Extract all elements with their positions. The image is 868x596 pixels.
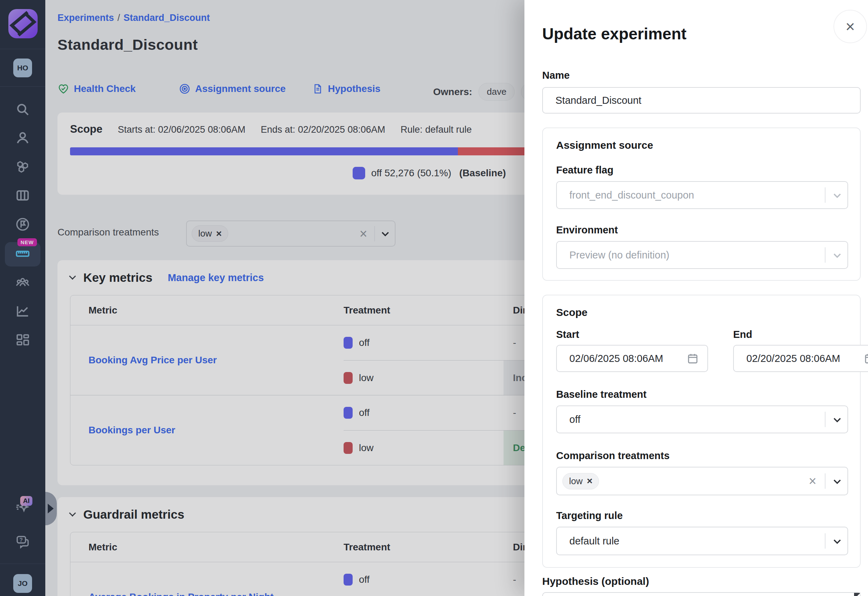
targeting-rule-label: Targeting rule xyxy=(556,510,623,521)
scope-ends: Ends at: 02/20/2025 08:06AM xyxy=(261,124,385,135)
end-datetime-input[interactable]: 02/20/2025 08:06AM xyxy=(733,345,868,372)
environment-label: Environment xyxy=(556,224,618,236)
metric-link[interactable]: Booking Avg Price per User xyxy=(89,355,217,366)
feature-flag-icon[interactable] xyxy=(15,217,30,232)
metric-link[interactable]: Average Bookings in Property per Night xyxy=(89,592,273,596)
hypothesis-textarea[interactable] xyxy=(542,592,861,596)
treatment-off-swatch xyxy=(344,407,353,419)
chevron-down-icon xyxy=(834,190,841,198)
columns-icon[interactable] xyxy=(15,188,30,203)
chip-remove-icon[interactable]: × xyxy=(587,476,592,486)
targeting-rule-value: default rule xyxy=(569,536,620,547)
chevron-down-icon xyxy=(834,415,841,422)
collapse-caret-icon[interactable] xyxy=(69,510,76,516)
clear-selection-icon[interactable]: × xyxy=(809,474,816,488)
owners-label: Owners: xyxy=(433,86,472,97)
col-metric: Metric xyxy=(70,541,344,553)
drawer-title: Update experiment xyxy=(542,24,686,43)
user-icon[interactable] xyxy=(15,130,30,146)
assignment-source-heading: Assignment source xyxy=(556,139,653,151)
page-title: Standard_Discount xyxy=(58,36,198,53)
breadcrumb-current[interactable]: Standard_Discount xyxy=(124,13,210,23)
feature-flag-select[interactable]: front_end_discount_coupon xyxy=(556,181,848,209)
name-value: Standard_Discount xyxy=(555,95,642,106)
comparison-treatments-label: Comparison treatments xyxy=(556,450,670,462)
scope-heading: Scope xyxy=(556,307,588,319)
sidebar: HO NEW xyxy=(0,0,45,596)
close-icon: × xyxy=(846,17,855,36)
select-divider xyxy=(825,247,825,263)
dashboard-grid-icon[interactable] xyxy=(15,332,30,348)
select-divider xyxy=(825,474,825,489)
targeting-rule-select[interactable]: default rule xyxy=(556,527,848,555)
segments-hexagons-icon[interactable] xyxy=(15,159,30,174)
calendar-icon[interactable] xyxy=(864,352,868,365)
document-icon xyxy=(312,83,323,95)
assignment-source-card: Assignment source Feature flag front_end… xyxy=(542,127,861,281)
analytics-chart-icon[interactable] xyxy=(15,303,30,319)
search-icon[interactable] xyxy=(15,102,30,117)
environment-value: Preview (no definition) xyxy=(569,249,669,261)
legend-off: off 52,276 (50.1%)(Baseline) xyxy=(353,167,506,179)
hypothesis-label: Hypothesis (optional) xyxy=(542,575,649,587)
metric-link[interactable]: Bookings per User xyxy=(89,425,175,436)
feature-flag-label: Feature flag xyxy=(556,164,613,176)
comparison-treatments-label: Comparison treatments xyxy=(58,227,159,238)
app-logo[interactable] xyxy=(7,8,39,40)
chip-remove-icon[interactable]: × xyxy=(216,229,221,239)
health-check-link[interactable]: Health Check xyxy=(58,83,136,95)
calendar-icon[interactable] xyxy=(686,352,699,365)
help-chat-icon[interactable]: ? xyxy=(15,534,30,549)
sidebar-divider xyxy=(0,564,45,564)
resize-handle-icon[interactable] xyxy=(854,593,860,596)
ruler-experiments-icon[interactable] xyxy=(15,246,30,261)
chevron-down-icon[interactable] xyxy=(382,229,389,236)
assignment-source-label: Assignment source xyxy=(195,83,286,94)
user-avatar[interactable]: JO xyxy=(13,574,32,593)
select-divider xyxy=(825,187,825,203)
treatment-chip-low[interactable]: low× xyxy=(192,226,228,242)
chevron-down-icon xyxy=(834,477,841,484)
start-datetime-input[interactable]: 02/06/2025 08:06AM xyxy=(556,345,708,372)
audiences-people-icon[interactable] xyxy=(15,275,30,290)
guardrail-metrics-title: Guardrail metrics xyxy=(83,507,185,521)
new-badge: NEW xyxy=(18,238,37,246)
owner-chip[interactable]: dave xyxy=(478,83,515,101)
workspace-avatar[interactable]: HO xyxy=(13,59,32,77)
manage-key-metrics-link[interactable]: Manage key metrics xyxy=(168,272,264,283)
select-divider xyxy=(374,226,375,241)
end-value: 02/20/2025 08:06AM xyxy=(746,353,840,364)
environment-select[interactable]: Preview (no definition) xyxy=(556,241,848,269)
assignment-source-link[interactable]: Assignment source xyxy=(179,83,286,95)
baseline-treatment-label: Baseline treatment xyxy=(556,389,647,400)
allocation-off-segment xyxy=(70,148,458,155)
collapse-caret-icon[interactable] xyxy=(69,273,76,280)
comparison-treatments-select[interactable]: low× × xyxy=(556,467,848,495)
chevron-down-icon xyxy=(834,536,841,544)
hypothesis-link[interactable]: Hypothesis xyxy=(312,83,381,95)
expand-arrow-icon xyxy=(48,504,54,513)
treatment-off-swatch xyxy=(344,574,353,586)
comparison-treatments-select[interactable]: low× × xyxy=(186,220,396,246)
key-metrics-title: Key metrics xyxy=(83,271,152,285)
start-label: Start xyxy=(556,329,579,340)
close-button[interactable]: × xyxy=(834,10,867,43)
baseline-treatment-value: off xyxy=(569,414,580,425)
treatment-off-swatch xyxy=(344,337,353,349)
hypothesis-label: Hypothesis xyxy=(328,83,381,94)
sidebar-divider xyxy=(0,86,45,87)
name-input[interactable]: Standard_Discount xyxy=(542,87,861,114)
health-check-label: Health Check xyxy=(74,83,136,94)
baseline-treatment-select[interactable]: off xyxy=(556,406,848,433)
treatment-chip-low[interactable]: low× xyxy=(562,473,599,490)
name-label: Name xyxy=(542,70,570,81)
breadcrumb-separator: / xyxy=(114,13,124,23)
select-divider xyxy=(825,412,825,427)
scope-title: Scope xyxy=(70,123,102,136)
clear-selection-icon[interactable]: × xyxy=(360,227,367,240)
sidebar-expand-handle[interactable] xyxy=(45,492,57,525)
legend-off-swatch xyxy=(353,167,365,179)
treatment-low-swatch xyxy=(344,372,353,384)
start-value: 02/06/2025 08:06AM xyxy=(569,353,663,364)
breadcrumb-experiments[interactable]: Experiments xyxy=(58,13,114,23)
